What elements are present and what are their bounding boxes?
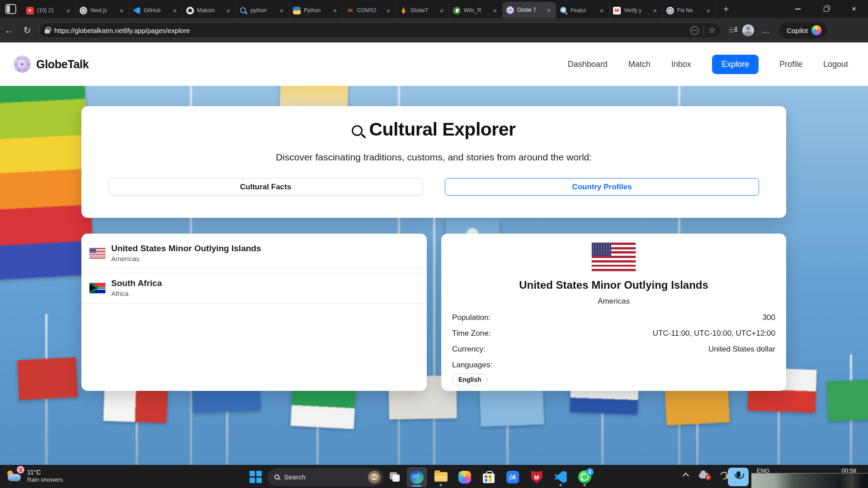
tab-title: Featur — [571, 7, 595, 14]
browser-tab[interactable]: Python × — [289, 3, 343, 18]
browser-tab[interactable]: Fix Ne × — [663, 3, 716, 18]
brand[interactable]: GlobeTalk — [14, 56, 89, 73]
browser-tab[interactable]: (10) 21 × — [23, 3, 76, 18]
tab-close-icon[interactable]: × — [651, 7, 659, 14]
tab-close-icon[interactable]: × — [171, 7, 179, 14]
nav-item[interactable]: Dashboard — [568, 60, 608, 69]
tab-close-icon[interactable]: × — [385, 7, 392, 14]
browser-tab[interactable]: COMS3 × — [343, 3, 396, 18]
tab-close-icon[interactable]: × — [598, 7, 605, 14]
taskbar-app[interactable] — [527, 467, 547, 487]
back-button[interactable]: ← — [0, 25, 18, 36]
tab-title: Fix Ne — [677, 7, 702, 14]
detail-rows: Population: 300 Time Zone: UTC-11:00, UT… — [452, 313, 775, 354]
web-page: GlobeTalk Dashboard Match Inbox Explore … — [0, 42, 868, 465]
tab-close-icon[interactable]: × — [225, 7, 232, 14]
detail-country-region: Americas — [452, 297, 775, 306]
tab-title: COMS3 — [357, 7, 382, 14]
browser-tab[interactable]: Globe T × — [503, 2, 556, 18]
tab-title: Wits_R — [464, 7, 488, 14]
browser-tab[interactable]: Next.js × — [76, 3, 129, 18]
tab-title: (10) 21 — [37, 7, 61, 14]
language-chip: English — [452, 374, 488, 385]
tab-close-icon[interactable]: × — [331, 7, 339, 14]
tray-chevron-icon[interactable] — [683, 473, 689, 479]
tab-favicon — [506, 6, 514, 14]
nav-item[interactable]: Match — [628, 60, 651, 69]
microphone-icon[interactable] — [728, 468, 749, 486]
taskbar-search[interactable]: Search — [268, 469, 383, 486]
tab-close-icon[interactable]: × — [278, 7, 285, 14]
tab-close-icon[interactable]: × — [438, 7, 445, 14]
tab-favicon — [453, 7, 461, 14]
tab-close-icon[interactable]: × — [545, 6, 552, 14]
tab-close-icon[interactable]: × — [118, 7, 125, 14]
copilot-label: Copilot — [787, 27, 808, 34]
country-flag — [90, 248, 105, 258]
tab-close-icon[interactable]: × — [65, 7, 72, 14]
brand-name: GlobeTalk — [36, 58, 89, 71]
favorites-hub-icon[interactable]: ☆ — [728, 25, 735, 35]
tab-close-icon[interactable]: × — [491, 7, 499, 14]
browser-tab[interactable]: Verify y × — [609, 3, 663, 18]
tab-title: Makom — [197, 7, 222, 14]
copilot-icon — [811, 25, 821, 35]
video-preview-overlay[interactable] — [751, 473, 868, 488]
taskbar-app[interactable] — [407, 467, 427, 487]
browser-tab[interactable]: Wits_R × — [449, 3, 503, 18]
tab-country-profiles[interactable]: Country Profiles — [445, 178, 759, 196]
background-flag — [17, 357, 78, 400]
taskbar-app[interactable] — [503, 467, 523, 487]
browser-tabs: (10) 21 × Next.js × GitHub × Makom × — [23, 0, 716, 18]
taskbar-app[interactable] — [455, 467, 475, 487]
more-menu-icon[interactable]: … — [761, 26, 770, 35]
weather-icon: 3 — [6, 468, 23, 484]
browser-tab[interactable]: Makom × — [183, 3, 236, 18]
app-icon — [434, 472, 448, 482]
new-tab-button[interactable]: + — [716, 0, 736, 18]
country-region: Africa — [111, 290, 162, 297]
refresh-button[interactable]: ↻ — [18, 25, 36, 36]
browser-tab-strip: (10) 21 × Next.js × GitHub × Makom × — [0, 0, 868, 18]
nav-item[interactable]: Explore — [712, 55, 759, 74]
weather-desc: Rain showers — [27, 476, 63, 483]
browser-tab[interactable]: GlobeT × — [396, 3, 449, 18]
onedrive-icon[interactable] — [699, 473, 709, 479]
tracking-prevention-icon[interactable] — [690, 26, 699, 35]
restore-button[interactable] — [812, 0, 840, 18]
profile-avatar[interactable] — [742, 24, 754, 36]
add-favorite-icon[interactable]: ☆ — [708, 25, 716, 35]
taskbar-app[interactable] — [431, 467, 451, 487]
detail-label: Population: — [452, 313, 491, 322]
tab-cultural-facts[interactable]: Cultural Facts — [108, 178, 423, 196]
detail-value: United States dollar — [708, 345, 775, 354]
close-button[interactable]: × — [840, 0, 868, 18]
nav-item[interactable]: Inbox — [671, 60, 691, 69]
address-bar[interactable]: https://globetalkatm.netlify.app/pages/e… — [39, 22, 722, 38]
copilot-button[interactable]: Copilot — [779, 22, 827, 38]
tab-actions-icon[interactable] — [5, 4, 16, 14]
detail-country-name: United States Minor Outlying Islands — [452, 279, 775, 291]
task-view-button[interactable] — [387, 469, 403, 485]
detail-row: Time Zone: UTC-11:00, UTC-10:00, UTC+12:… — [452, 329, 775, 338]
taskbar-app[interactable] — [551, 467, 571, 487]
nav-item[interactable]: Profile — [779, 60, 802, 69]
weather-widget[interactable]: 3 11°C Rain showers — [6, 468, 63, 484]
browser-tab[interactable]: python × — [236, 3, 289, 18]
page-title-text: Cultural Explorer — [369, 119, 515, 140]
browser-tab[interactable]: Featur × — [556, 3, 609, 18]
country-list-item[interactable]: United States Minor Outlying Islands Ame… — [81, 238, 427, 269]
minimize-button[interactable] — [784, 0, 812, 18]
tab-title: Python — [304, 7, 328, 14]
app-badge: 2 — [586, 468, 594, 476]
tab-close-icon[interactable]: × — [705, 7, 712, 14]
globetalk-logo-icon — [14, 56, 31, 73]
browser-tab[interactable]: GitHub × — [129, 3, 183, 18]
taskbar-app[interactable]: 2 — [575, 467, 594, 487]
country-list-item[interactable]: South Africa Africa — [81, 272, 427, 304]
nav-item[interactable]: Logout — [823, 60, 848, 69]
tab-favicon — [293, 7, 301, 14]
start-button[interactable] — [250, 471, 262, 483]
tab-title: Next.js — [90, 7, 115, 14]
taskbar-app[interactable] — [479, 467, 499, 487]
